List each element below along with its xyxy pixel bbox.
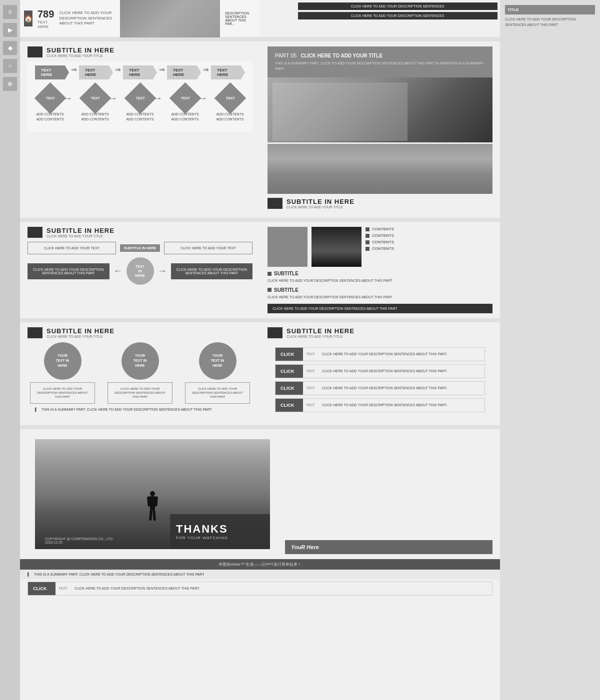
small-square-1 xyxy=(268,227,308,267)
thanks-subtitle: FOR YOUR WATCHING xyxy=(176,536,264,540)
click-row-desc-3: CLICK HERE TO ADD YOUR DESCRIPTION SENTE… xyxy=(318,386,452,390)
right-desc-text: CLICK HERE TO ADD YOUR DESCRIPTION SENTE… xyxy=(505,17,595,27)
flow-box-right-top[interactable]: CLICK HERE TO ADD YOUR TEXT xyxy=(164,242,252,254)
svg-rect-5 xyxy=(152,509,156,520)
subtitle-sub-1[interactable]: CLICK HERE TO ADD YOUR TITLE xyxy=(46,54,114,57)
process-tab-5[interactable]: TEXT HERE xyxy=(211,65,245,79)
click-btn-2[interactable]: CLICK xyxy=(276,365,303,378)
diamond-4: TEXT xyxy=(169,82,201,114)
subtitle-click-text-1[interactable]: CLICK HERE TO ADD YOUR DESCRIPTION SENTE… xyxy=(268,278,492,283)
bullet-sq-1 xyxy=(268,272,272,276)
flow-circle: TEXTINHERE xyxy=(126,257,154,285)
flow-box-right-desc[interactable]: CLICK HERE TO ADD YOUR DESCRIPTION SENTE… xyxy=(171,263,253,279)
part05-title[interactable]: CLICK HERE TO ADD YOUR TITLE xyxy=(300,53,382,58)
subtitle-click-text-2[interactable]: CLICK HERE TO ADD YOUR DESCRIPTION SENTE… xyxy=(268,295,492,300)
subtitle-sub-r1[interactable]: CLICK HERE TO ADD YOUR TITLE xyxy=(286,205,354,209)
summary-bar: THIS IS A SUMMARY PART. CLICK HERE TO AD… xyxy=(28,404,252,415)
process-tab-4[interactable]: TEXT HERE xyxy=(167,65,201,79)
bottom-summary: THIS IS A SUMMARY PART. CLICK HERE TO AD… xyxy=(20,570,500,579)
water-image xyxy=(268,144,492,194)
diamond-text-1: TEXT xyxy=(46,96,54,100)
left-section-3: SUBTITLE IN HERE CLICK HERE TO ADD YOUR … xyxy=(20,322,260,425)
sidebar-icon-menu[interactable]: ≡ xyxy=(3,5,17,19)
thanks-section: THANKS FOR YOUR WATCHING COPYRIGHT @ COR… xyxy=(35,439,270,549)
tab-box-1[interactable]: TEXT HERE xyxy=(35,65,69,79)
desc-bar-right: CLICK HERE TO ADD YOUR DESCRIPTION SENTE… xyxy=(268,304,492,313)
subtitle-main-1: SUBTITLE IN HERE xyxy=(46,46,114,54)
click-row-desc-1: CLICK HERE TO ADD YOUR DESCRIPTION SENTE… xyxy=(318,352,452,356)
diamond-arrow-4: → xyxy=(200,94,208,103)
process-tab-2[interactable]: TEXT HERE xyxy=(79,65,113,79)
subtitle-block-1: SUBTITLE CLICK HERE TO ADD YOUR DESCRIPT… xyxy=(268,271,492,283)
subtitle-text-group: SUBTITLE IN HERE CLICK HERE TO ADD YOUR … xyxy=(46,46,114,57)
click-row-2: CLICK TEXT CLICK HERE TO ADD YOUR DESCRI… xyxy=(275,364,485,378)
sidebar-icon-circle[interactable]: ○ xyxy=(3,59,17,73)
click-rows-section: CLICK TEXT CLICK HERE TO ADD YOUR DESCRI… xyxy=(268,342,492,420)
flow-top-row: CLICK HERE TO ADD YOUR TEXT SUBTITLE IN … xyxy=(28,242,252,254)
desc-buttons: CLICK HERE TO ADD YOUR DESCRIPTION SENTE… xyxy=(260,0,500,37)
subtitle-sub-3[interactable]: CLICK HERE TO ADD YOUR TITLE xyxy=(46,335,114,338)
circle-item-1: YOURTEXT INHERE CLICK HERE TO ADD YOUR D… xyxy=(28,342,98,404)
sidebar-icon-diamond[interactable]: ◆ xyxy=(3,41,17,55)
circle-desc-3[interactable]: CLICK HERE TO ADD YOUR DESCRIPTION SENTE… xyxy=(185,382,250,404)
click-btn-bottom[interactable]: CLICK xyxy=(28,582,56,595)
right-panel: TITLE CLICK HERE TO ADD YOUR DESCRIPTION… xyxy=(500,0,600,700)
diamond-arrow-2: → xyxy=(110,94,118,103)
thanks-copyright: COPYRIGHT @ CORPORATION CO., LTD. 2020.1… xyxy=(45,537,114,544)
legend-item-4: CONTENTS xyxy=(366,246,394,251)
tab-box-3[interactable]: TEXT HERE xyxy=(123,65,157,79)
diamond-1: TEXT xyxy=(34,82,66,114)
part05-desc: THIS IS A SUMMARY PART. CLICK TO ADD YOU… xyxy=(275,61,485,71)
click-btn-1[interactable]: CLICK xyxy=(276,348,303,361)
diamond-text-2: TEXT xyxy=(90,96,100,100)
diamond-5: TEXT xyxy=(214,82,246,114)
desc-btn-1[interactable]: CLICK HERE TO ADD YOUR DESCRIPTION SENTE… xyxy=(298,2,498,10)
subtitle-sub-r3[interactable]: CLICK HERE TO ADD YOUR TITLE xyxy=(286,335,354,338)
subtitle-sub-2[interactable]: CLICK HERE TO ADD YOUR TITLE xyxy=(46,234,114,238)
process-tab-3[interactable]: TEXT HERE xyxy=(123,65,157,79)
click-row-desc-bottom: CLICK HERE TO ADD YOUR DESCRIPTION SENTE… xyxy=(70,587,204,590)
flow-center-subtitle: SUBTITLE IN HERE xyxy=(120,244,160,252)
circle-item-2: YOURTEXT INHERE CLICK HERE TO ADD YOUR D… xyxy=(105,342,175,404)
circle-desc-2[interactable]: CLICK HERE TO ADD YOUR DESCRIPTION SENTE… xyxy=(108,382,172,404)
right-section-2: CONTENTS CONTENTS CONTENTS CONTENTS xyxy=(260,222,500,318)
left-section-1: SUBTITLE IN HERE CLICK HERE TO ADD YOUR … xyxy=(20,41,260,218)
arrow-1: ⇒ xyxy=(71,65,77,79)
subtitle-box xyxy=(28,46,42,57)
sidebar-icon-play[interactable]: ▶ xyxy=(3,23,17,37)
diamond-arrow-1: → xyxy=(64,94,72,103)
sidebar-icon-plus[interactable]: ⊕ xyxy=(3,77,17,91)
circles-row: YOURTEXT INHERE CLICK HERE TO ADD YOUR D… xyxy=(28,342,252,404)
circle-item-3: YOURTEXT INHERE CLICK HERE TO ADD YOUR D… xyxy=(182,342,252,404)
content-area: 🏠 789 TEXT HERE CLICK HERE TO ADD YOUR D… xyxy=(20,0,500,700)
legend-text-4: CONTENTS xyxy=(372,246,394,251)
diamond-item-5: TEXT ADD CONTENTSADD CONTENTS xyxy=(215,87,245,122)
subtitle-main-r3: SUBTITLE IN HERE xyxy=(286,327,354,335)
desc-btn-2[interactable]: CLICK HERE TO ADD YOUR DESCRIPTION SENTE… xyxy=(298,12,498,19)
circle-desc-1[interactable]: CLICK HERE TO ADD YOUR DESCRIPTION SENTE… xyxy=(30,382,95,404)
big-circle-1: YOURTEXT INHERE xyxy=(44,342,82,380)
tab-box-5[interactable]: TEXT HERE xyxy=(211,65,245,79)
process-section: TEXT HERE ⇒ TEXT HERE ⇒ TEXT HERE ⇒ TEXT… xyxy=(28,61,252,132)
tab-box-2[interactable]: TEXT HERE xyxy=(79,65,113,79)
click-btn-3[interactable]: CLICK xyxy=(276,382,303,395)
legend-dot-2 xyxy=(366,234,370,238)
you-here-badge: YouR Here xyxy=(285,540,492,554)
stat-text: TEXT HERE xyxy=(38,20,54,29)
legend-dot-1 xyxy=(366,227,370,231)
legend-text-1: CONTENTS xyxy=(372,227,394,231)
right-title-label: TITLE xyxy=(505,5,595,14)
subtitle-bar-right-1: SUBTITLE IN HERE CLICK HERE TO ADD YOUR … xyxy=(268,198,492,209)
arrow-3: ⇒ xyxy=(159,65,165,79)
flow-box-left-desc[interactable]: CLICK HERE TO ADD YOUR DESCRIPTION SENTE… xyxy=(28,263,110,279)
click-btn-4[interactable]: CLICK xyxy=(276,399,303,412)
tab-box-4[interactable]: TEXT HERE xyxy=(167,65,201,79)
process-tab-1[interactable]: TEXT HERE xyxy=(35,65,69,79)
subtitle-box-3 xyxy=(28,327,42,338)
diamond-text-4: TEXT xyxy=(180,96,190,100)
part05-section: PART 05 CLICK HERE TO ADD YOUR TITLE THI… xyxy=(268,46,492,77)
subtitle-text-group-r1: SUBTITLE IN HERE CLICK HERE TO ADD YOUR … xyxy=(286,198,354,209)
flow-box-left-top[interactable]: CLICK HERE TO ADD YOUR TEXT xyxy=(28,242,116,254)
flow-arrow-left: ← xyxy=(114,266,122,276)
diamond-item-4: TEXT → ADD CONTENTSADD CONTENTS xyxy=(170,87,200,122)
